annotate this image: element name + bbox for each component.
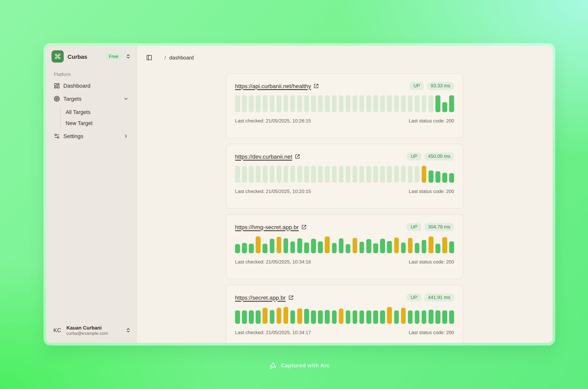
chevron-down-icon [123, 96, 129, 101]
sidebar-toggle-button[interactable] [145, 53, 154, 62]
uptime-bar [256, 166, 261, 183]
status-badge: UP [407, 293, 421, 301]
uptime-bar [394, 166, 399, 183]
uptime-bar [435, 95, 440, 112]
uptime-bar [249, 310, 254, 324]
uptime-bar [263, 166, 268, 183]
sidebar-item-all-targets[interactable]: All Targets [61, 106, 132, 117]
uptime-bar [256, 95, 261, 112]
sidebar-item-label: Dashboard [63, 83, 129, 89]
uptime-bar [415, 166, 420, 183]
monitor-card: https://api.curbanii.net/healthy UP 93.3… [226, 73, 463, 138]
uptime-bar [256, 236, 261, 253]
sidebar-item-targets[interactable]: Targets [51, 93, 132, 104]
uptime-bar [380, 95, 385, 112]
monitor-card-list: https://api.curbanii.net/healthy UP 93.3… [137, 73, 553, 343]
last-checked: Last checked: 21/05/2025, 10:20:15 [235, 189, 311, 194]
uptime-bar [290, 310, 295, 324]
last-checked: Last checked: 21/05/2025, 10:26:15 [235, 118, 311, 124]
last-status-code: Last status code: 200 [409, 259, 454, 265]
chevrons-up-down-icon [126, 54, 131, 59]
uptime-bar [318, 95, 323, 112]
uptime-bar [394, 95, 399, 112]
uptime-bar [242, 310, 247, 324]
external-link-icon [288, 295, 293, 300]
uptime-bar [304, 166, 309, 183]
monitor-url-link[interactable]: https://dev.curbanii.net [235, 153, 300, 160]
uptime-bar [401, 243, 406, 253]
uptime-bar [373, 244, 378, 253]
uptime-bar [325, 310, 330, 324]
target-icon [54, 96, 60, 102]
uptime-bar [442, 173, 447, 183]
user-email: curba@example.com [67, 331, 122, 336]
monitor-url-link[interactable]: https://api.curbanii.net/healthy [235, 83, 319, 89]
uptime-bar [442, 237, 447, 253]
uptime-bar [263, 244, 268, 253]
uptime-bar [366, 166, 371, 183]
sliders-icon [54, 133, 60, 139]
uptime-bar [318, 310, 323, 324]
uptime-bar [394, 310, 399, 324]
last-status-code: Last status code: 200 [409, 189, 454, 194]
uptime-bar [304, 309, 309, 324]
breadcrumb-current[interactable]: dashboard [169, 55, 194, 61]
last-status-code: Last status code: 200 [409, 330, 454, 335]
status-badge: UP [407, 152, 421, 160]
uptime-bar [359, 166, 364, 183]
uptime-bar [387, 307, 392, 324]
uptime-bar [283, 307, 288, 324]
uptime-bar [352, 310, 357, 324]
uptime-bar [359, 310, 364, 324]
uptime-bar [339, 309, 344, 324]
monitor-url-link[interactable]: https://hmg-secret.app.br [235, 224, 306, 230]
monitor-card: https://hmg-secret.app.br UP 304.79 ms L… [226, 214, 463, 279]
sidebar-item-new-target[interactable]: New Target [61, 117, 132, 129]
uptime-bar [366, 239, 371, 253]
uptime-bar [373, 95, 378, 112]
sidebar-nav: Dashboard Targets All Targets New Ta [46, 79, 136, 142]
captured-with-arc-watermark: Captured with Arc [269, 361, 330, 370]
uptime-bar [422, 166, 426, 183]
sidebar-item-label: Settings [63, 133, 120, 139]
desktop-background: ⌘ Curbas Free Platform Dashboard [0, 0, 588, 389]
status-badge: UP [410, 82, 424, 90]
plan-badge: Free [105, 53, 122, 60]
uptime-bar [325, 95, 330, 112]
uptime-bar [415, 95, 420, 112]
uptime-bar [235, 310, 240, 324]
latency-badge: 93.33 ms [427, 82, 454, 90]
uptime-bar [318, 166, 323, 183]
uptime-bar [346, 95, 350, 112]
uptime-bar [435, 310, 440, 324]
uptime-bar [277, 308, 281, 324]
uptime-bar [235, 95, 240, 112]
sidebar-item-settings[interactable]: Settings [51, 130, 132, 142]
last-checked: Last checked: 21/05/2025, 10:34:16 [235, 259, 311, 265]
uptime-bar [297, 238, 302, 253]
uptime-bar [449, 95, 454, 112]
external-link-icon [314, 83, 319, 88]
uptime-bar [429, 171, 433, 183]
sidebar-item-dashboard[interactable]: Dashboard [51, 80, 132, 92]
chevron-right-icon [123, 133, 129, 139]
uptime-bars [235, 307, 454, 324]
uptime-bar [366, 95, 371, 112]
uptime-bar [283, 238, 288, 253]
user-menu[interactable]: KC Kauan Curbani curba@example.com [49, 323, 133, 337]
chevrons-up-down-icon [126, 327, 131, 333]
uptime-bar [401, 95, 406, 112]
uptime-bar [415, 310, 420, 324]
org-switcher[interactable]: ⌘ Curbas Free [49, 49, 133, 64]
status-badge: UP [407, 223, 421, 231]
monitor-url: https://api.curbanii.net/healthy [235, 83, 311, 89]
uptime-bar [249, 166, 254, 183]
monitor-url: https://dev.curbanii.net [235, 153, 292, 160]
uptime-bar [346, 166, 350, 183]
monitor-url-link[interactable]: https://secret.app.br [235, 294, 293, 301]
targets-sub-list: All Targets New Target [60, 106, 132, 129]
monitor-card: https://secret.app.br UP 441.91 ms Last … [226, 285, 463, 343]
uptime-bar [242, 95, 247, 112]
uptime-bar [242, 243, 247, 253]
uptime-bar [235, 244, 240, 253]
